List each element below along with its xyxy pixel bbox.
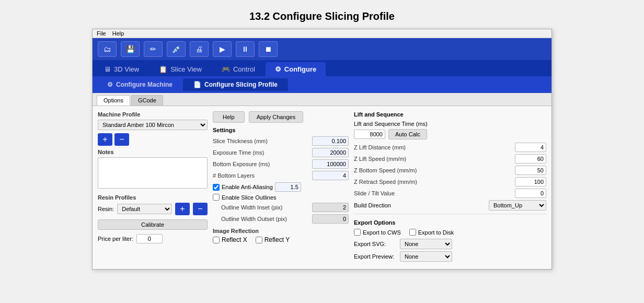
slice-thickness-row: Slice Thickness (mm) xyxy=(213,136,349,146)
toolbar-play-btn[interactable]: ▶ xyxy=(213,41,232,57)
menu-bar: File Help xyxy=(93,29,551,38)
menu-help[interactable]: Help xyxy=(112,30,124,37)
build-direction-label: Build Direction xyxy=(354,202,391,208)
subnav-configure-machine-label: Configure Machine xyxy=(116,81,172,88)
right-panel: Lift and Sequence Lift and Sequence Time… xyxy=(354,111,546,264)
bottom-exposure-input[interactable] xyxy=(312,159,349,169)
price-label: Price per liter: xyxy=(98,236,133,242)
export-preview-select[interactable]: None xyxy=(400,251,452,262)
remove-machine-profile-btn[interactable]: − xyxy=(114,133,129,146)
z-lift-speed-input[interactable] xyxy=(515,154,546,164)
exposure-time-input[interactable] xyxy=(312,148,349,157)
slice-outlines-checkbox[interactable] xyxy=(213,194,220,201)
export-preview-label: Export Preview: xyxy=(354,253,396,260)
3dview-icon: 🖥 xyxy=(104,65,111,73)
page-title: 13.2 Configure Slicing Profile xyxy=(249,10,395,22)
notes-textarea[interactable] xyxy=(98,157,208,189)
add-resin-btn[interactable]: + xyxy=(175,203,190,215)
add-machine-profile-btn[interactable]: + xyxy=(98,133,112,146)
slice-thickness-input[interactable] xyxy=(312,136,349,146)
outline-inset-input[interactable] xyxy=(312,203,349,212)
antialiasing-label: Enable Anti-Aliasing xyxy=(222,184,273,190)
build-direction-select[interactable]: Bottom_Up xyxy=(489,200,546,211)
export-svg-select[interactable]: None xyxy=(400,239,452,249)
help-btn[interactable]: Help xyxy=(213,111,245,123)
resin-row: Resin: Default + − xyxy=(98,203,208,215)
notes-label: Notes xyxy=(98,149,208,155)
tab-gcode[interactable]: GCode xyxy=(131,95,163,106)
calibrate-btn[interactable]: Calibrate xyxy=(98,219,208,230)
menu-file[interactable]: File xyxy=(97,30,106,37)
tab-3dview-label: 3D View xyxy=(114,65,139,73)
export-disk-item: Export to Disk xyxy=(409,229,454,236)
outline-outset-input[interactable] xyxy=(312,214,349,224)
tab-configure[interactable]: ⚙ Configure xyxy=(266,62,326,76)
reflect-x-checkbox[interactable] xyxy=(213,237,220,243)
export-cws-label: Export to CWS xyxy=(363,229,401,236)
z-bottom-speed-input[interactable] xyxy=(515,166,546,175)
toolbar-open-btn[interactable]: 🗂 xyxy=(98,41,117,57)
z-retract-speed-input[interactable] xyxy=(515,177,546,187)
auto-calc-btn[interactable]: Auto Calc xyxy=(388,129,427,139)
export-cws-checkbox[interactable] xyxy=(354,229,361,236)
reflect-y-item: Reflect Y xyxy=(256,236,290,243)
z-lift-speed-row: Z Lift Speed (mm/m) xyxy=(354,154,546,164)
toolbar-stop-btn[interactable]: ⏹ xyxy=(259,41,278,57)
toolbar-pen-btn[interactable]: ✏ xyxy=(144,41,163,57)
lift-time-input[interactable] xyxy=(354,130,385,139)
toolbar-print-btn[interactable]: 🖨 xyxy=(190,41,209,57)
subnav-configure-machine[interactable]: ⚙ Configure Machine xyxy=(97,78,183,91)
outline-inset-row: Outline Width Inset (pix) xyxy=(213,203,349,212)
exposure-time-label: Exposure Time (ms) xyxy=(213,149,264,156)
lift-section-label: Lift and Sequence xyxy=(354,111,546,118)
machine-profile-label: Machine Profile xyxy=(98,111,208,118)
tab-3dview[interactable]: 🖥 3D View xyxy=(95,62,148,76)
tab-sliceview-label: Slice View xyxy=(170,65,202,73)
antialiasing-checkbox[interactable] xyxy=(213,184,220,191)
slide-tilt-label: Slide / Tilt Value xyxy=(354,190,395,196)
reflect-y-label: Reflect Y xyxy=(264,236,290,243)
app-window: File Help 🗂 💾 ✏ 💉 🖨 ▶ ⏸ ⏹ 🖥 3D View 📋 Sl… xyxy=(92,29,552,270)
slice-outlines-row: Enable Slice Outlines xyxy=(213,194,349,201)
resin-profiles-label: Resin Profiles xyxy=(98,194,208,201)
bottom-layers-input[interactable] xyxy=(312,171,349,180)
outline-outset-label: Outline Width Outset (pix) xyxy=(221,216,287,222)
reflect-x-label: Reflect X xyxy=(222,236,247,243)
tab-control[interactable]: 🎮 Control xyxy=(212,62,264,76)
toolbar-pause-btn[interactable]: ⏸ xyxy=(236,41,255,57)
configure-machine-icon: ⚙ xyxy=(107,81,113,88)
tab-options[interactable]: Options xyxy=(97,95,130,106)
resin-section: Resin Profiles Resin: Default + − Calibr… xyxy=(98,194,208,243)
toolbar-needle-btn[interactable]: 💉 xyxy=(167,41,186,57)
price-input[interactable] xyxy=(136,234,163,243)
z-lift-dist-row: Z Lift Distance (mm) xyxy=(354,143,546,152)
export-disk-checkbox[interactable] xyxy=(409,229,416,236)
slice-outlines-label: Enable Slice Outlines xyxy=(222,194,277,201)
apply-changes-btn[interactable]: Apply Changes xyxy=(249,111,304,123)
subnav-configure-slicing[interactable]: 📄 Configure Slicing Profile xyxy=(183,78,288,91)
z-lift-dist-input[interactable] xyxy=(515,143,546,152)
z-bottom-speed-row: Z Bottom Speed (mm/m) xyxy=(354,166,546,175)
machine-profile-select[interactable]: Standard Amber 100 Mircon xyxy=(98,120,208,130)
slide-tilt-input[interactable] xyxy=(515,189,546,198)
resin-select[interactable]: Default xyxy=(117,204,172,214)
toolbar-save-btn[interactable]: 💾 xyxy=(121,41,140,57)
reflect-y-checkbox[interactable] xyxy=(256,237,262,243)
price-row: Price per liter: xyxy=(98,234,208,243)
export-section-label: Export Options xyxy=(354,219,546,226)
help-apply-row: Help Apply Changes xyxy=(213,111,349,123)
remove-resin-btn[interactable]: − xyxy=(193,203,208,215)
tab-sliceview[interactable]: 📋 Slice View xyxy=(150,62,211,76)
antialiasing-input[interactable] xyxy=(275,182,301,192)
export-disk-label: Export to Disk xyxy=(418,229,454,236)
machine-profile-group: Machine Profile Standard Amber 100 Mirco… xyxy=(98,111,208,130)
content-tabs: Options GCode xyxy=(93,93,551,106)
exposure-time-row: Exposure Time (ms) xyxy=(213,148,349,157)
content-area: Machine Profile Standard Amber 100 Mirco… xyxy=(93,106,551,269)
export-cws-item: Export to CWS xyxy=(354,229,401,236)
z-lift-dist-label: Z Lift Distance (mm) xyxy=(354,144,406,150)
export-section: Export Options Export to CWS Export to D… xyxy=(354,219,546,262)
reflect-row: Reflect X Reflect Y xyxy=(213,236,349,243)
nav-tabs: 🖥 3D View 📋 Slice View 🎮 Control ⚙ Confi… xyxy=(93,60,551,76)
toolbar: 🗂 💾 ✏ 💉 🖨 ▶ ⏸ ⏹ xyxy=(93,38,551,60)
